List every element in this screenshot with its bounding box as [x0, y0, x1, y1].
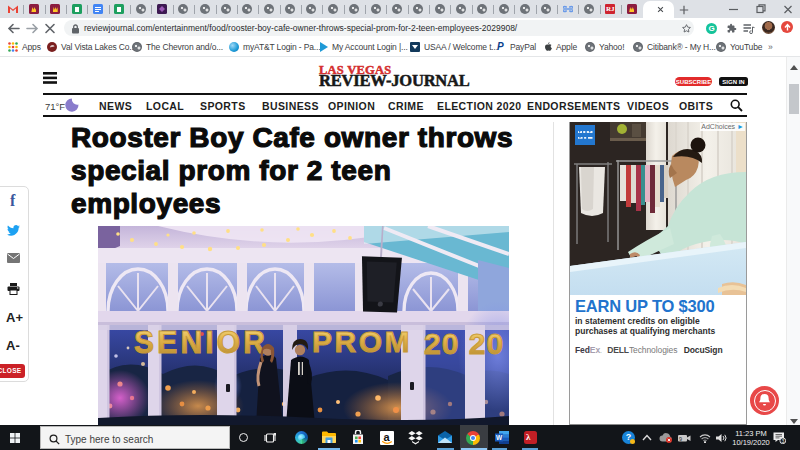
svg-text:W: W — [496, 434, 503, 441]
svg-text:PROM: PROM — [312, 325, 412, 358]
svg-text:3: 3 — [781, 438, 784, 444]
svg-text:20 20: 20 20 — [424, 327, 504, 360]
svg-text:SENIOR: SENIOR — [134, 324, 268, 360]
svg-text:9: 9 — [679, 436, 682, 442]
